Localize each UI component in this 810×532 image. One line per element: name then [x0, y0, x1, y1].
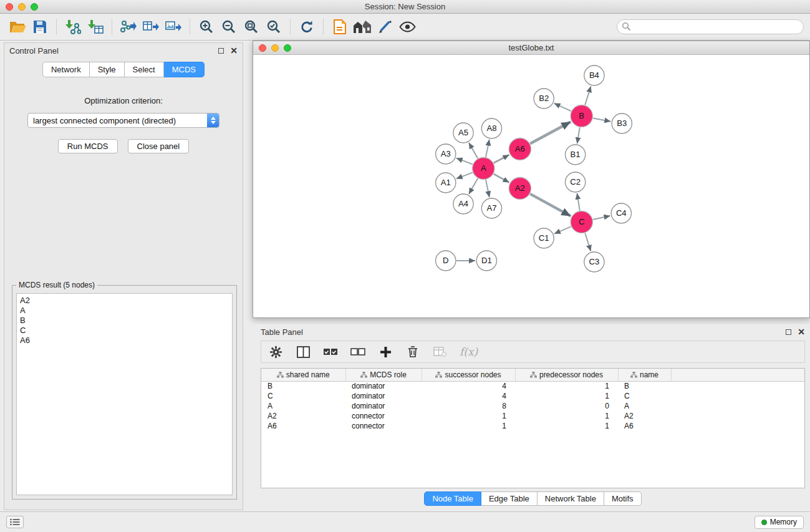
node-table-container[interactable]: shared nameMCDS rolesuccessor nodesprede…: [261, 368, 805, 488]
cell-shared_name[interactable]: B: [261, 381, 345, 391]
export-image-button[interactable]: [162, 16, 185, 37]
cell-name[interactable]: A2: [618, 411, 671, 421]
network-edge-A-A1[interactable]: [456, 173, 473, 179]
mcds-result-item[interactable]: A6: [20, 336, 229, 346]
table-settings-button[interactable]: [268, 344, 284, 360]
tab-select[interactable]: Select: [125, 62, 164, 77]
network-edge-B-B4[interactable]: [585, 86, 591, 105]
network-node-C2[interactable]: C2: [565, 172, 585, 192]
network-edge-C-C3[interactable]: [585, 233, 591, 251]
run-mcds-button[interactable]: Run MCDS: [58, 139, 118, 153]
cell-predecessors[interactable]: 1: [515, 411, 618, 421]
tab-node-table[interactable]: Node Table: [424, 491, 481, 506]
task-history-button[interactable]: [6, 516, 24, 528]
tab-style[interactable]: Style: [90, 62, 125, 77]
network-edge-A-A6[interactable]: [494, 155, 509, 163]
network-node-D[interactable]: D: [436, 251, 456, 271]
network-edge-A-A8[interactable]: [486, 140, 489, 157]
save-session-button[interactable]: [29, 16, 51, 37]
zoom-out-button[interactable]: [218, 16, 240, 37]
cell-name[interactable]: A: [618, 401, 671, 411]
cell-name[interactable]: C: [618, 391, 671, 401]
network-node-B1[interactable]: B1: [565, 145, 585, 165]
network-edge-C-C4[interactable]: [593, 216, 610, 220]
show-columns-button[interactable]: [295, 344, 311, 360]
import-table-button[interactable]: [84, 16, 107, 37]
cell-successors[interactable]: 1: [422, 411, 515, 421]
graphics-details-button[interactable]: [374, 16, 396, 37]
table-row-A2[interactable]: A2connector11A2: [261, 411, 804, 421]
network-node-C1[interactable]: C1: [534, 228, 554, 248]
float-panel-icon[interactable]: [218, 48, 224, 54]
network-canvas[interactable]: B4B2BB3A5A8A6B1A3AA1C2A2A4A7C4CC1C3DD1: [253, 55, 809, 317]
first-neighbors-button[interactable]: [329, 16, 351, 37]
network-edge-A-A3[interactable]: [456, 158, 473, 164]
network-node-A6[interactable]: A6: [509, 138, 531, 160]
zoom-selected-button[interactable]: [263, 16, 285, 37]
network-window-titlebar[interactable]: testGlobe.txt: [253, 41, 809, 55]
tab-mcds[interactable]: MCDS: [164, 62, 205, 77]
network-node-B4[interactable]: B4: [584, 65, 604, 85]
network-node-B[interactable]: B: [571, 105, 592, 127]
table-row-A6[interactable]: A6connector11A6: [261, 421, 804, 431]
mcds-result-item[interactable]: B: [20, 316, 229, 326]
close-panel-button[interactable]: Close panel: [128, 139, 190, 153]
cell-predecessors[interactable]: 1: [515, 381, 618, 391]
column-header-name[interactable]: name: [618, 369, 671, 381]
cell-predecessors[interactable]: 0: [515, 401, 618, 411]
function-builder-button[interactable]: f(x): [460, 346, 478, 358]
import-network-button[interactable]: [62, 16, 84, 37]
select-all-button[interactable]: [322, 344, 339, 360]
network-node-C[interactable]: C: [571, 211, 592, 233]
network-node-A7[interactable]: A7: [481, 198, 501, 218]
network-edge-B-B3[interactable]: [593, 118, 610, 121]
cell-shared_name[interactable]: C: [261, 391, 345, 401]
network-edge-A6-B[interactable]: [530, 122, 571, 143]
network-node-A4[interactable]: A4: [453, 194, 473, 214]
network-graph[interactable]: B4B2BB3A5A8A6B1A3AA1C2A2A4A7C4CC1C3DD1: [253, 55, 809, 317]
network-node-C4[interactable]: C4: [611, 203, 631, 223]
network-overview-button[interactable]: [351, 16, 374, 37]
mcds-result-item[interactable]: A2: [20, 296, 229, 306]
zoom-fit-button[interactable]: [240, 16, 263, 37]
tab-motifs[interactable]: Motifs: [604, 491, 642, 506]
network-edge-A-A5[interactable]: [469, 143, 478, 158]
cell-name[interactable]: A6: [618, 421, 671, 431]
criterion-select[interactable]: largest connected component (directed): [27, 113, 219, 128]
column-header-successor-nodes[interactable]: successor nodes: [422, 369, 515, 381]
cell-mcds_role[interactable]: dominator: [345, 391, 422, 401]
network-node-A5[interactable]: A5: [453, 123, 473, 143]
cell-successors[interactable]: 8: [422, 401, 515, 411]
network-node-A1[interactable]: A1: [436, 173, 456, 193]
column-header-shared-name[interactable]: shared name: [261, 369, 345, 381]
tab-edge-table[interactable]: Edge Table: [481, 491, 538, 506]
cell-mcds_role[interactable]: dominator: [345, 381, 422, 391]
memory-button[interactable]: Memory: [755, 516, 804, 529]
network-edge-B-B2[interactable]: [554, 104, 571, 112]
cell-name[interactable]: B: [618, 381, 671, 391]
network-node-A2[interactable]: A2: [509, 178, 531, 200]
open-session-button[interactable]: [6, 16, 29, 37]
column-header-predecessor-nodes[interactable]: predecessor nodes: [515, 369, 618, 381]
column-header-MCDS-role[interactable]: MCDS role: [345, 369, 422, 381]
network-edge-A-A7[interactable]: [486, 180, 489, 197]
network-node-A[interactable]: A: [473, 158, 494, 180]
table-row-C[interactable]: Cdominator41C: [261, 391, 804, 401]
table-row-A[interactable]: Adominator80A: [261, 401, 804, 411]
cell-shared_name[interactable]: A2: [261, 411, 345, 421]
float-table-panel-icon[interactable]: [786, 329, 791, 335]
close-panel-icon[interactable]: ✕: [230, 47, 238, 54]
cell-successors[interactable]: 4: [422, 381, 515, 391]
network-edge-A-A2[interactable]: [494, 174, 509, 183]
cell-shared_name[interactable]: A6: [261, 421, 345, 431]
network-edge-A2-C[interactable]: [530, 194, 571, 216]
show-hide-button[interactable]: [396, 16, 418, 37]
mcds-result-list[interactable]: A2ABCA6: [16, 293, 233, 495]
cell-successors[interactable]: 1: [422, 421, 515, 431]
network-node-C3[interactable]: C3: [584, 252, 604, 272]
network-edge-C-C2[interactable]: [577, 193, 579, 211]
network-node-A3[interactable]: A3: [436, 144, 456, 164]
cell-predecessors[interactable]: 1: [515, 421, 618, 431]
refresh-button[interactable]: [296, 16, 318, 37]
delete-row-button[interactable]: [405, 344, 421, 360]
